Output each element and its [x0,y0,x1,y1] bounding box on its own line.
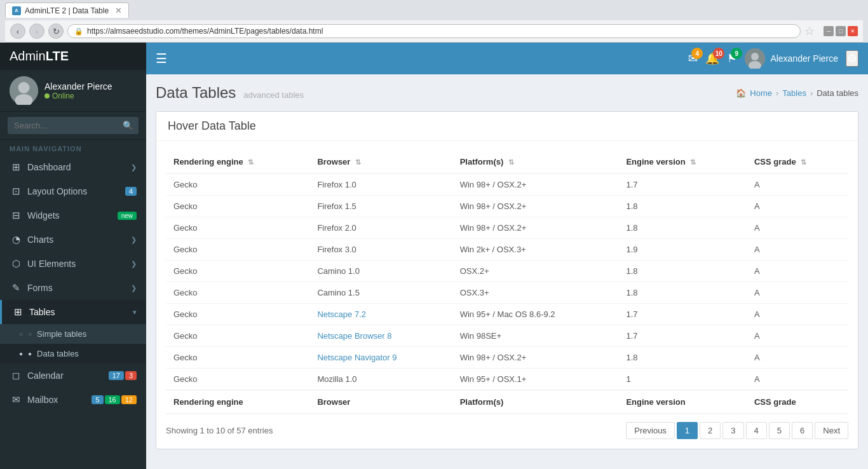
table-footer-row: Rendering engine Browser Platform(s) Eng… [166,390,848,414]
sidebar-label-simple-tables: Simple tables [37,329,86,339]
page-5-button[interactable]: 5 [769,422,790,439]
breadcrumb: 🏠 Home › Tables › Data tables [736,88,858,98]
page-2-button[interactable]: 2 [700,422,721,439]
table-cell: 1.7 [618,325,746,347]
table-cell: A [747,173,848,196]
ui-icon: ⬡ [10,258,22,269]
table-cell: Gecko [166,217,309,239]
chevron-icon-forms: ❯ [131,284,137,292]
table-cell: Camino 1.5 [309,282,452,304]
mail-button[interactable]: ✉ 4 [688,51,698,65]
data-table: Rendering engine ⇅ Browser ⇅ Platform(s)… [166,151,848,414]
user-info: Alexander Pierce Online [44,81,112,100]
foot-col-5: CSS grade [747,390,848,414]
maximize-icon[interactable]: □ [836,26,846,36]
home-icon: 🏠 [736,88,746,98]
sidebar-item-charts[interactable]: ◔ Charts ❯ [0,228,146,252]
table-head: Rendering engine ⇅ Browser ⇅ Platform(s)… [166,151,848,173]
table-cell: Win 98SE+ [452,325,619,347]
col-css-grade[interactable]: CSS grade ⇅ [747,151,848,173]
table-cell: A [747,261,848,282]
card-title: Hover Data Table [168,119,846,133]
sidebar: AdminLTE Alexander Pierce Online [0,43,146,469]
main-content: Data Tables advanced tables 🏠 Home › Tab… [146,74,868,469]
table-cell[interactable]: Netscape Navigator 9 [309,347,452,369]
table-cell: Camino 1.0 [309,261,452,282]
mailbox-badges: 5 16 12 [92,395,137,404]
search-input[interactable] [8,117,118,134]
table-cell: A [747,347,848,369]
table-cell: Firefox 3.0 [309,239,452,261]
sidebar-item-forms[interactable]: ✎ Forms ❯ [0,276,146,300]
table-cell: A [747,325,848,347]
search-button[interactable]: 🔍 [118,117,139,134]
address-bar[interactable]: 🔒 https://almsaeedstudio.com/themes/Admi… [67,24,801,38]
sidebar-label-forms: Forms [27,283,131,293]
table-cell: Win 98+ / OSX.2+ [452,173,619,196]
tab-close-icon[interactable]: ✕ [115,6,122,15]
page-6-button[interactable]: 6 [792,422,813,439]
table-cell: Gecko [166,282,309,304]
sidebar-label-ui: UI Elements [27,259,131,269]
col-engine-version[interactable]: Engine version ⇅ [618,151,746,173]
back-button[interactable]: ‹ [10,24,25,39]
table-row: GeckoCamino 1.0OSX.2+1.8A [166,261,848,282]
sidebar-item-ui-elements[interactable]: ⬡ UI Elements ❯ [0,252,146,276]
minimize-icon[interactable]: ─ [824,26,834,36]
table-cell: Mozilla 1.0 [309,369,452,391]
topbar-user[interactable]: Alexander Pierce [745,48,838,69]
table-cell[interactable]: Netscape 7.2 [309,304,452,325]
browser-tab[interactable]: A AdminLTE 2 | Data Table ✕ [5,3,129,18]
close-icon[interactable]: ✕ [848,26,858,36]
page-3-button[interactable]: 3 [722,422,743,439]
sidebar-item-simple-tables[interactable]: ○ Simple tables [0,324,146,344]
table-cell: A [747,304,848,325]
layout-icon: ⊡ [10,186,22,197]
sidebar-item-widgets[interactable]: ⊟ Widgets new [0,203,146,228]
table-cell: Gecko [166,173,309,196]
table-cell: OSX.3+ [452,282,619,304]
sidebar-item-mailbox[interactable]: ✉ Mailbox 5 16 12 [0,388,146,412]
previous-button[interactable]: Previous [626,422,675,439]
mailbox-badge-2: 16 [105,395,120,404]
topbar: ☰ ✉ 4 🔔 10 ⚑ 9 [146,43,868,74]
page-4-button[interactable]: 4 [746,422,767,439]
svg-point-1 [18,82,30,93]
col-platform[interactable]: Platform(s) ⇅ [452,151,619,173]
sidebar-item-calendar[interactable]: ◻ Calendar 17 3 [0,364,146,388]
forward-button[interactable]: › [29,24,44,39]
sidebar-item-data-tables[interactable]: ● Data tables [0,344,146,364]
col-rendering-engine[interactable]: Rendering engine ⇅ [166,151,309,173]
breadcrumb-tables[interactable]: Tables [782,88,806,98]
sidebar-logo-area: AdminLTE [0,43,146,70]
table-row: GeckoNetscape 7.2Win 95+ / Mac OS 8.6-9.… [166,304,848,325]
table-cell: 1.8 [618,347,746,369]
table-cell: Win 2k+ / OSX.3+ [452,239,619,261]
table-cell[interactable]: Netscape Browser 8 [309,325,452,347]
sidebar-logo: AdminLTE [10,49,69,64]
next-button[interactable]: Next [815,422,848,439]
sidebar-label-widgets: Widgets [27,210,118,221]
sidebar-item-tables[interactable]: ⊞ Tables ▾ [0,300,146,324]
url-text: https://almsaeedstudio.com/themes/AdminL… [87,27,323,36]
table-cell: Gecko [166,196,309,217]
breadcrumb-home[interactable]: Home [750,88,772,98]
topbar-avatar [745,48,765,69]
calendar-icon: ◻ [10,370,22,381]
svg-point-4 [751,53,759,60]
table-cell: Gecko [166,325,309,347]
hamburger-button[interactable]: ☰ [156,51,167,66]
table-cell: Firefox 1.0 [309,173,452,196]
sidebar-item-dashboard[interactable]: ⊞ Dashboard ❯ [0,155,146,179]
flag-button[interactable]: ⚑ 9 [727,51,737,65]
search-area: 🔍 [0,112,146,140]
col-browser[interactable]: Browser ⇅ [309,151,452,173]
page-1-button[interactable]: 1 [677,422,698,439]
settings-button[interactable]: ⚙ [846,50,858,67]
refresh-button[interactable]: ↻ [48,24,64,39]
sidebar-item-layout-options[interactable]: ⊡ Layout Options 4 [0,179,146,203]
table-cell: 1.8 [618,261,746,282]
bell-button[interactable]: 🔔 10 [705,51,719,65]
bookmark-icon[interactable]: ☆ [804,24,815,38]
table-cell: 1.8 [618,217,746,239]
